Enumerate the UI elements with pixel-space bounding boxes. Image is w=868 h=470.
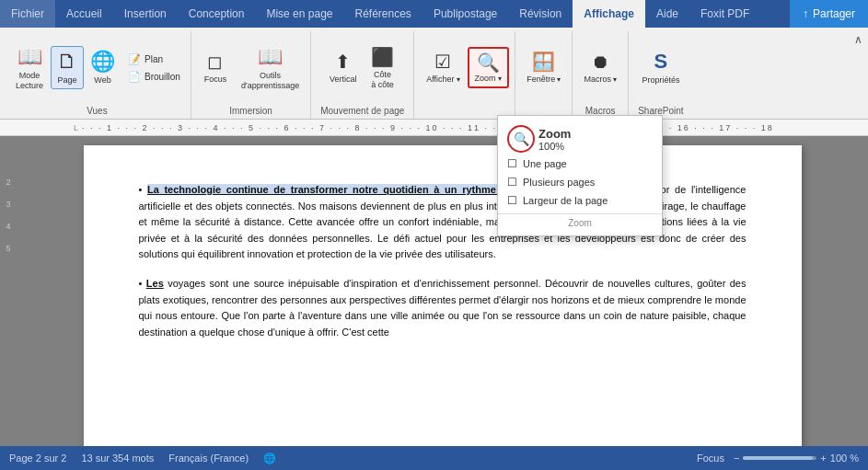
tab-accueil[interactable]: Accueil [55, 0, 113, 28]
status-bar: Page 2 sur 2 13 sur 354 mots Français (F… [0, 446, 868, 470]
zoom-icon-large: 🔍 [507, 125, 535, 153]
group-fenetre: 🪟 Fenêtre▾ — [515, 31, 573, 119]
zoom-dropdown-header: 🔍 Zoom 100% [498, 121, 662, 155]
btn-macros[interactable]: ⏺ Macros▾ [578, 48, 622, 87]
tab-affichage[interactable]: Affichage [573, 0, 645, 28]
tab-fichier[interactable]: Fichier [0, 0, 55, 28]
tab-insertion[interactable]: Insertion [113, 0, 178, 28]
word-count: 13 sur 354 mots [81, 453, 154, 464]
zoom-track[interactable] [743, 456, 816, 460]
zoom-group-label: Zoom [498, 213, 662, 230]
checkbox-plusieurs-pages: ☐ [507, 176, 517, 189]
btn-mode-lecture[interactable]: 📖 ModeLecture [9, 42, 50, 94]
group-label-vues: Vues [83, 104, 110, 119]
btn-fenetre[interactable]: 🪟 Fenêtre▾ [521, 48, 566, 87]
zoom-item-une-page[interactable]: ☐ Une page [498, 155, 662, 173]
zoom-pct: 100% [538, 141, 571, 152]
page-content-area: • La technologie continue de transformer… [17, 136, 868, 446]
ribbon-collapse-btn[interactable]: ∧ [854, 33, 862, 46]
language: Français (France) [168, 453, 249, 464]
btn-proprietes[interactable]: S Propriétés [636, 47, 685, 88]
tab-publipostage[interactable]: Publipostage [422, 0, 508, 28]
zoom-dropdown: 🔍 Zoom 100% ☐ Une page ☐ Plusieurs pages… [497, 115, 663, 236]
page-info: Page 2 sur 2 [9, 453, 66, 464]
btn-plan[interactable]: 📝 Plan [123, 52, 185, 67]
tab-conception[interactable]: Conception [178, 0, 256, 28]
zoom-bar: − + 100 % [734, 453, 859, 464]
checkbox-largeur-page: ☐ [507, 194, 517, 207]
share-button[interactable]: ↑ Partager [790, 0, 868, 28]
btn-page[interactable]: 🗋 Page [51, 46, 84, 89]
language-icon: 🌐 [263, 453, 276, 464]
tab-references[interactable]: Références [344, 0, 422, 28]
group-label-empty1: — [457, 104, 473, 119]
ruler: L · · · 1 · · · 2 · · · 3 · · · 4 · · · … [0, 120, 868, 136]
btn-smallgroup: 📝 Plan 📄 Brouillon [123, 52, 185, 85]
btn-vertical[interactable]: ⬆ Vertical [324, 48, 363, 87]
zoom-item-plusieurs-pages[interactable]: ☐ Plusieurs pages [498, 173, 662, 191]
group-sharepoint: S Propriétés SharePoint [629, 31, 693, 119]
status-right: Focus − + 100 % [697, 453, 859, 464]
group-label-immersion: Immersion [226, 104, 276, 119]
document-area: 2 3 4 5 • La technologie continue de tra… [0, 136, 868, 446]
tab-bar: Fichier Accueil Insertion Conception Mis… [0, 0, 868, 28]
document-page: • La technologie continue de transformer… [84, 145, 802, 446]
group-afficher-zoom: ☑ Afficher▾ 🔍 Zoom▾ — [414, 31, 515, 119]
zoom-item-largeur-page[interactable]: ☐ Largeur de la page [498, 191, 662, 210]
group-macros: ⏺ Macros▾ Macros [573, 31, 629, 119]
zoom-percent: 100 % [830, 453, 859, 464]
tab-aide[interactable]: Aide [645, 0, 689, 28]
tab-mise-en-page[interactable]: Mise en page [255, 0, 343, 28]
focus-btn[interactable]: Focus [697, 453, 724, 464]
checkbox-une-page: ☐ [507, 157, 517, 170]
zoom-label: Zoom [538, 127, 571, 141]
tab-revision[interactable]: Révision [508, 0, 573, 28]
margin-numbers: 2 3 4 5 [0, 136, 17, 446]
group-mouvement: ⬆ Vertical ⬛ Côteà côte Mouvement de pag… [311, 31, 414, 119]
btn-focus[interactable]: ◻ Focus [197, 48, 234, 87]
app-container: Fichier Accueil Insertion Conception Mis… [0, 0, 868, 470]
btn-cote-a-cote[interactable]: ⬛ Côteà côte [365, 43, 401, 93]
ribbon-panel: 📖 ModeLecture 🗋 Page 🌐 Web 📝 Plan [0, 28, 868, 120]
btn-outils-apprentissage[interactable]: 📖 Outilsd'apprentissage [236, 42, 305, 94]
btn-brouillon[interactable]: 📄 Brouillon [123, 69, 185, 85]
tab-foxit-pdf[interactable]: Foxit PDF [689, 0, 760, 28]
btn-afficher[interactable]: ☑ Afficher▾ [421, 48, 465, 87]
btn-web[interactable]: 🌐 Web [85, 47, 121, 88]
group-immersion: ◻ Focus 📖 Outilsd'apprentissage Immersio… [191, 31, 311, 119]
zoom-fill [743, 456, 813, 460]
group-vues: 📖 ModeLecture 🗋 Page 🌐 Web 📝 Plan [4, 31, 191, 119]
group-label-mouvement: Mouvement de page [317, 104, 408, 119]
btn-zoom[interactable]: 🔍 Zoom▾ [468, 47, 509, 88]
